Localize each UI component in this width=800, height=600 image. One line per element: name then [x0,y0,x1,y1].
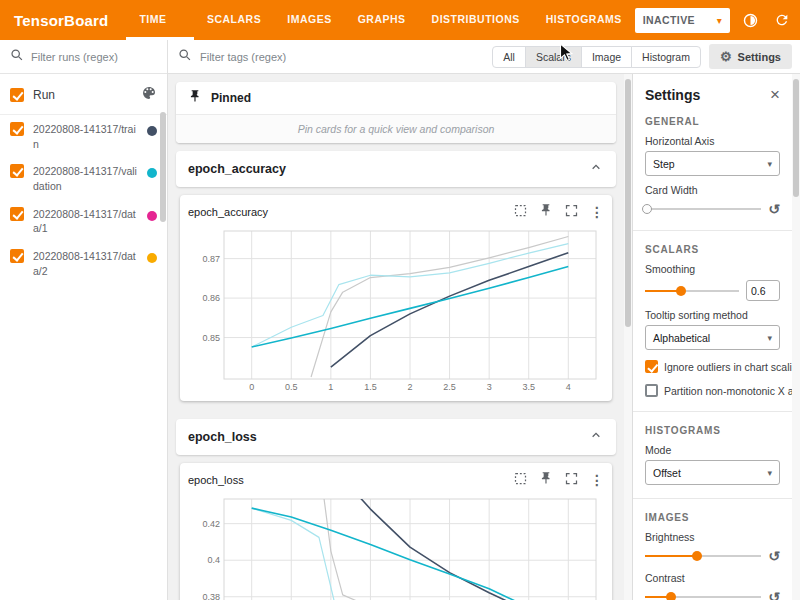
checkbox[interactable] [645,360,658,373]
section-header-epoch-loss[interactable]: epoch_loss [176,419,616,455]
run-checkbox[interactable] [10,122,24,136]
fit-to-data-icon[interactable] [513,203,528,222]
section-header-epoch-accuracy[interactable]: epoch_accuracy [176,151,616,187]
section-title: epoch_loss [188,430,588,444]
settings-group-images: IMAGES [645,512,780,523]
run-label: 20220808-141317/train [33,122,138,151]
divider [633,498,792,499]
main-scrollbar-thumb[interactable] [625,79,631,327]
palette-icon[interactable] [141,85,157,105]
status-dropdown[interactable]: INACTIVE ▾ [635,8,730,33]
run-row-data-1[interactable]: 20220808-141317/data/1 [0,200,167,242]
run-color-dot [147,211,157,221]
runs-sidebar: Run 20220808-141317/train 20220808-14131… [0,40,168,600]
chip-histogram[interactable]: Histogram [631,46,701,68]
tab-scalars[interactable]: SCALARS [194,0,274,40]
partition-x-axis-checkbox[interactable]: Partition non-monotonic X axis ⓘ [645,383,780,398]
sidebar-scrollbar[interactable] [160,112,166,222]
search-icon [178,48,192,66]
divider [633,230,792,231]
tab-time-series[interactable]: TIME SERIES [126,0,194,40]
tooltip-sorting-select[interactable]: Alphabetical ▾ [645,325,780,350]
fullscreen-icon[interactable] [564,471,579,490]
settings-button[interactable]: ⚙ Settings [709,44,792,69]
reset-contrast-icon[interactable]: ↺ [768,589,780,600]
smoothing-slider[interactable] [645,284,739,298]
page-scrollbar-thumb[interactable] [793,79,799,197]
more-options-icon[interactable]: ⋮ [590,472,604,488]
runs-header-row: Run [0,74,167,115]
close-icon[interactable]: × [770,86,780,103]
run-row-validation[interactable]: 20220808-141317/validation [0,157,167,199]
slider-thumb[interactable] [666,592,676,600]
svg-text:1: 1 [328,382,333,392]
pin-icon [188,89,202,107]
run-checkbox[interactable] [10,249,24,263]
run-label: 20220808-141317/data/2 [33,249,138,278]
dark-mode-toggle-icon[interactable] [741,9,761,31]
tag-filter-toolbar: All Scalars Image Histogram ⚙ Settings [168,40,800,74]
horizontal-axis-select[interactable]: Step ▾ [645,151,780,176]
histogram-mode-select[interactable]: Offset ▾ [645,460,780,485]
run-color-dot [147,168,157,178]
chart-card-title: epoch_loss [188,474,513,486]
select-all-runs-checkbox[interactable] [10,88,24,102]
contrast-slider[interactable] [645,590,761,600]
run-label: 20220808-141317/data/1 [33,207,138,236]
epoch-loss-chart[interactable]: 00.511.522.533.540.360.380.40.42 [188,493,604,600]
card-width-slider[interactable] [645,202,761,216]
tab-histograms[interactable]: HISTOGRAMS [533,0,635,40]
run-row-data-2[interactable]: 20220808-141317/data/2 [0,242,167,284]
pin-icon[interactable] [539,203,553,221]
status-label: INACTIVE [643,14,705,26]
refresh-icon[interactable] [772,9,792,31]
chevron-up-icon[interactable] [588,427,604,447]
tab-graphs[interactable]: GRAPHS [345,0,419,40]
tab-images[interactable]: IMAGES [274,0,344,40]
settings-group-general: GENERAL [645,116,780,127]
slider-thumb[interactable] [676,286,686,296]
runs-filter-input[interactable] [31,51,143,63]
chart-card-header: epoch_accuracy ⋮ [188,199,604,225]
chart-card-title: epoch_accuracy [188,206,513,218]
run-row-train[interactable]: 20220808-141317/train [0,115,167,157]
settings-group-scalars: SCALARS [645,244,780,255]
svg-text:0.86: 0.86 [202,293,220,303]
checkbox[interactable] [645,384,658,397]
chevron-up-icon[interactable] [588,159,604,179]
chart-card-epoch-loss: epoch_loss ⋮ 00.511.522.533.540.360.380.… [180,463,612,600]
reset-card-width-icon[interactable]: ↺ [768,201,780,217]
chip-all[interactable]: All [492,46,526,68]
slider-thumb[interactable] [642,204,652,214]
section-body-epoch-loss: epoch_loss ⋮ 00.511.522.533.540.360.380.… [168,455,624,600]
pin-icon[interactable] [539,471,553,489]
header: TensorBoard TIME SERIES SCALARS IMAGES G… [0,0,800,40]
epoch-accuracy-chart[interactable]: 00.511.522.533.540.850.860.87 [188,225,604,395]
brightness-slider[interactable] [645,549,761,563]
chip-scalars[interactable]: Scalars [525,46,582,68]
section-title: epoch_accuracy [188,162,588,176]
search-icon [10,48,24,66]
slider-thumb[interactable] [692,551,702,561]
ignore-outliers-checkbox[interactable]: Ignore outliers in chart scaling [645,360,780,373]
fullscreen-icon[interactable] [564,203,579,222]
svg-text:3: 3 [487,382,492,392]
fit-to-data-icon[interactable] [513,471,528,490]
more-options-icon[interactable]: ⋮ [590,204,604,220]
svg-text:0.42: 0.42 [202,519,220,529]
brightness-label: Brightness [645,531,780,543]
tab-distributions[interactable]: DISTRIBUTIONS [419,0,533,40]
run-color-dot [147,126,157,136]
smoothing-input[interactable] [746,280,780,301]
chip-image[interactable]: Image [581,46,632,68]
histogram-mode-label: Mode [645,444,780,456]
chevron-down-icon: ▾ [767,333,772,343]
svg-text:4: 4 [566,382,571,392]
run-checkbox[interactable] [10,207,24,221]
runs-filter-box [0,40,167,74]
svg-text:0.38: 0.38 [202,592,220,600]
reset-brightness-icon[interactable]: ↺ [768,548,780,564]
tag-filter-input[interactable] [200,51,484,63]
run-checkbox[interactable] [10,164,24,178]
page-scrollbar [792,74,800,600]
